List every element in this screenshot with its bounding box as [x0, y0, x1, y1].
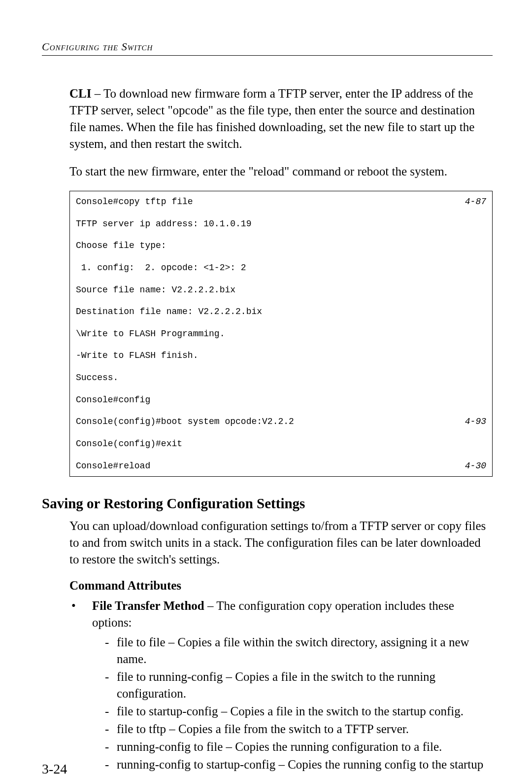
running-head: Configuring the Switch — [42, 40, 493, 53]
list-item: file to running-config – Copies a file i… — [107, 668, 493, 702]
dash-list: file to file – Copies a file within the … — [92, 634, 493, 774]
list-item: running-config to file – Copies the runn… — [107, 739, 493, 755]
list-item: File Transfer Method – The configuration… — [69, 598, 493, 774]
bullet-lead: File Transfer Method — [92, 599, 204, 612]
console-line: Console#reload — [76, 461, 150, 471]
sep: – — [204, 599, 217, 612]
para1-body: To download new firmware form a TFTP ser… — [69, 87, 475, 150]
console-line: Console#config — [76, 395, 150, 405]
content-area: CLI – To download new firmware form a TF… — [69, 85, 493, 477]
console-line: Success. — [76, 373, 118, 383]
console-line: TFTP server ip address: 10.1.0.19 — [76, 219, 251, 229]
page-number: 3-24 — [42, 761, 67, 774]
list-item: running-config to startup-config – Copie… — [107, 756, 493, 774]
page-ref: 4-87 — [465, 196, 486, 207]
section-body: You can upload/download configuration se… — [69, 518, 493, 774]
console-line: Source file name: V2.2.2.2.bix — [76, 285, 235, 295]
header-rule — [42, 55, 493, 56]
subsection-cmd-attr: Command Attributes — [69, 579, 493, 593]
lead-cli: CLI — [69, 87, 91, 100]
bullet-list: File Transfer Method – The configuration… — [69, 598, 493, 774]
list-item: file to file – Copies a file within the … — [107, 634, 493, 668]
section-heading-config: Saving or Restoring Configuration Settin… — [42, 495, 493, 512]
console-line: Console#copy tftp file — [76, 197, 193, 207]
console-line: \Write to FLASH Programming. — [76, 329, 225, 339]
list-item: file to startup-config – Copies a file i… — [107, 703, 493, 720]
console-line: -Write to FLASH finish. — [76, 351, 198, 360]
console-line: Console(config)#exit — [76, 439, 182, 449]
console-line: 1. config: 2. opcode: <1-2>: 2 — [76, 263, 246, 273]
paragraph-section: You can upload/download configuration se… — [69, 518, 493, 568]
paragraph-reload: To start the new firmware, enter the "re… — [69, 163, 493, 180]
page-ref: 4-93 — [465, 416, 486, 427]
console-line: Console(config)#boot system opcode:V2.2.… — [76, 417, 294, 426]
paragraph-cli: CLI – To download new firmware form a TF… — [69, 85, 493, 152]
console-line: Choose file type: — [76, 241, 166, 250]
list-item: file to tftp – Copies a file from the sw… — [107, 721, 493, 738]
console-line: Destination file name: V2.2.2.2.bix — [76, 307, 262, 317]
console-output: Console#copy tftp file4-87 TFTP server i… — [69, 191, 493, 477]
page-ref: 4-30 — [465, 460, 486, 471]
sep: – — [91, 87, 103, 100]
page: Configuring the Switch CLI – To download… — [0, 0, 532, 774]
